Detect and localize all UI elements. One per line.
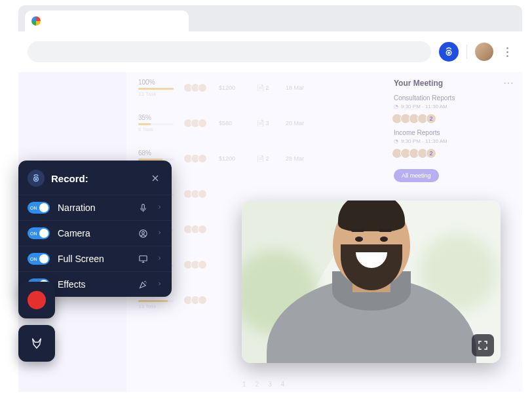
page-number[interactable]: 1 (242, 381, 246, 388)
assignee-avatars (185, 83, 207, 92)
record-controls (18, 282, 55, 362)
url-bar[interactable] (28, 41, 431, 62)
meeting-title: Your Meeting (394, 79, 443, 88)
more-icon[interactable]: ··· (504, 79, 514, 88)
divider (466, 45, 467, 59)
task-progress: 35% 6 Task (138, 114, 174, 132)
meeting-avatars: 2 (394, 113, 514, 124)
record-row-label: Camera (58, 228, 129, 239)
app-logo-icon (28, 170, 45, 187)
record-row-label: Effects (58, 279, 129, 290)
meeting-item[interactable]: Consultation Reports ◔9:30 PM - 11:30 AM… (394, 94, 514, 124)
chrome-icon (31, 16, 41, 26)
assignee-avatars (185, 225, 207, 234)
record-title: Record: (51, 173, 142, 184)
pagination: 1234 (242, 381, 284, 388)
chevron-right-icon (157, 202, 162, 214)
task-progress: 100% 13 Task (138, 79, 174, 97)
profile-avatar[interactable] (475, 43, 493, 61)
toggle-switch[interactable]: ON (28, 253, 50, 265)
record-panel: Record: ON Narration ON Camera ON Full S… (18, 161, 172, 297)
more-count-chip: 2 (426, 148, 436, 159)
camera-preview (242, 200, 501, 363)
chevron-right-icon (157, 253, 162, 265)
toggle-switch[interactable]: ON (28, 227, 50, 239)
more-menu-icon[interactable] (501, 47, 513, 57)
expand-button[interactable] (472, 334, 494, 356)
task-row[interactable]: 68% 8 Task $1200 📄 2 28 Mar (138, 149, 379, 168)
task-row[interactable]: 35% 6 Task $580 📄 3 20 Mar (138, 114, 379, 132)
task-row[interactable]: 100% 13 Task $1200 📄 2 18 Mar (138, 79, 379, 97)
close-icon[interactable] (148, 171, 162, 185)
all-meeting-button[interactable]: All meeting (394, 169, 439, 182)
monitor-icon (137, 254, 149, 264)
svg-point-1 (448, 52, 449, 53)
assignee-avatars (185, 296, 207, 305)
browser-tab-strip (18, 5, 522, 31)
svg-point-3 (35, 178, 37, 180)
record-button[interactable] (18, 282, 55, 318)
svg-rect-4 (142, 204, 144, 209)
record-row-label: Narration (58, 202, 129, 213)
meeting-item-time: ◔9:30 PM - 11:30 AM (394, 104, 514, 109)
clock-icon: ◔ (394, 104, 398, 109)
meeting-item-time: ◔9:30 PM - 11:30 AM (394, 138, 514, 144)
microphone-icon (137, 203, 149, 213)
extension-icon[interactable] (439, 42, 459, 62)
assignee-avatars (185, 119, 207, 128)
record-dot-icon (28, 291, 46, 309)
page-number[interactable]: 3 (268, 381, 272, 388)
more-count-chip: 2 (426, 113, 436, 124)
fox-icon (29, 336, 44, 351)
camera-person (276, 212, 466, 363)
assignee-avatars (185, 154, 207, 163)
chevron-right-icon (157, 278, 162, 290)
browser-toolbar (18, 31, 522, 72)
expand-icon (477, 339, 489, 351)
meeting-avatars: 2 (394, 148, 514, 159)
meeting-item-title: Income Reports (394, 129, 514, 136)
record-row-full-screen[interactable]: ON Full Screen (18, 246, 172, 271)
meeting-item[interactable]: Income Reports ◔9:30 PM - 11:30 AM 2 (394, 129, 514, 159)
svg-point-6 (142, 231, 144, 234)
svg-rect-7 (139, 256, 146, 261)
assignee-avatars (185, 260, 207, 269)
record-row-label: Full Screen (58, 254, 129, 264)
effects-button[interactable] (18, 325, 55, 362)
browser-tab[interactable] (25, 10, 189, 31)
toggle-switch[interactable]: ON (28, 202, 50, 214)
clock-icon: ◔ (394, 138, 398, 144)
record-row-camera[interactable]: ON Camera (18, 220, 172, 246)
confetti-icon (137, 280, 149, 290)
user-circle-icon (137, 229, 149, 239)
meeting-item-title: Consultation Reports (394, 94, 514, 102)
page-number[interactable]: 4 (281, 381, 285, 388)
assignee-avatars (185, 189, 207, 199)
chevron-right-icon (157, 227, 162, 239)
record-row-narration[interactable]: ON Narration (18, 195, 172, 220)
page-number[interactable]: 2 (256, 381, 259, 388)
